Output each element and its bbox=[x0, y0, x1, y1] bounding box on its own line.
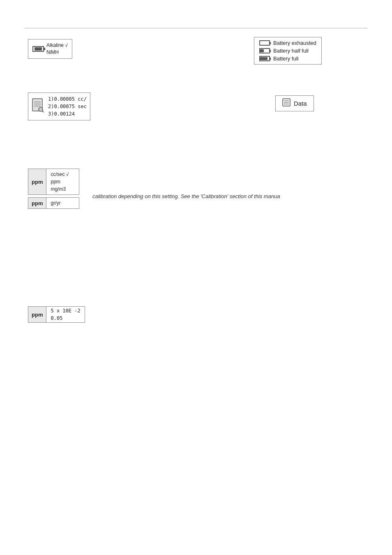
units-widget: ppm cc/sec √ ppm mg/m3 ppm gr/yr bbox=[28, 169, 79, 209]
data-log-line3: 3)0.00124 bbox=[48, 110, 87, 118]
unit-option-mgm3: mg/m3 bbox=[51, 185, 75, 193]
legend-item-full: Battery full bbox=[259, 56, 316, 62]
data-log-line1: 1)0.00005 cc/ bbox=[48, 95, 87, 103]
battery-half-icon bbox=[259, 48, 270, 53]
unit-label-ppm-2: ppm bbox=[28, 197, 46, 209]
concentration-value-scientific: 5 x 10E -2 bbox=[51, 307, 80, 314]
data-button[interactable]: Data bbox=[275, 95, 314, 111]
data-log-text: 1)0.00005 cc/ 2)0.00075 sec 3)0.00124 bbox=[48, 95, 87, 118]
unit-options-1: cc/sec √ ppm mg/m3 bbox=[46, 169, 79, 195]
unit-option-gryr: gr/yr bbox=[51, 199, 60, 207]
svg-line-5 bbox=[42, 111, 44, 112]
legend-item-exhausted: Battery exhausted bbox=[259, 40, 316, 46]
concentration-widget: ppm 5 x 10E -2 0.05 bbox=[28, 306, 85, 323]
unit-option-ppm: ppm bbox=[51, 178, 75, 185]
concentration-value-decimal: 0.05 bbox=[51, 314, 80, 322]
battery-half-label: Battery half full bbox=[273, 48, 309, 54]
battery-icon bbox=[32, 46, 44, 52]
data-button-label: Data bbox=[294, 100, 307, 107]
battery-full-icon bbox=[259, 56, 270, 61]
unit-row-2[interactable]: ppm gr/yr bbox=[28, 197, 79, 209]
concentration-values: 5 x 10E -2 0.05 bbox=[46, 306, 85, 323]
battery-legend: Battery exhausted Battery half full Batt… bbox=[254, 37, 322, 65]
battery-full-label: Battery full bbox=[273, 56, 298, 62]
concentration-unit-label: ppm bbox=[28, 306, 46, 323]
battery-selector-widget[interactable]: Alkaline √ NiMH bbox=[28, 39, 72, 59]
data-button-icon bbox=[282, 98, 291, 109]
battery-exhausted-label: Battery exhausted bbox=[273, 40, 316, 46]
data-log-icon bbox=[32, 98, 45, 116]
data-log-line2: 2)0.00075 sec bbox=[48, 103, 87, 110]
battery-exhausted-icon bbox=[259, 40, 270, 46]
battery-type-label: Alkaline √ NiMH bbox=[46, 42, 68, 56]
unit-options-2: gr/yr bbox=[46, 197, 79, 209]
unit-option-ccsec: cc/sec √ bbox=[51, 171, 75, 178]
divider bbox=[25, 28, 367, 28]
unit-row-1[interactable]: ppm cc/sec √ ppm mg/m3 bbox=[28, 169, 79, 195]
data-log-widget: 1)0.00005 cc/ 2)0.00075 sec 3)0.00124 bbox=[28, 92, 90, 120]
legend-item-half: Battery half full bbox=[259, 48, 316, 54]
calibration-note: calibration depending on this setting. S… bbox=[92, 193, 280, 199]
unit-label-ppm-1: ppm bbox=[28, 169, 46, 195]
